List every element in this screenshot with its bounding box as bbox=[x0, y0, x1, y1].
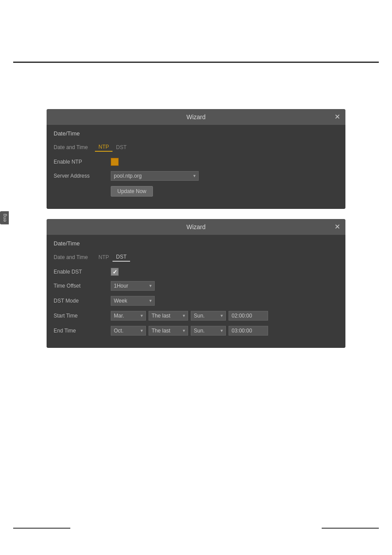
dst-mode-row: DST Mode Date Week ▼ bbox=[54, 296, 338, 306]
date-time-label-2: Date and Time bbox=[54, 254, 88, 260]
bottom-divider-left bbox=[13, 528, 70, 529]
section-title-1: Date/Time bbox=[54, 130, 338, 137]
enable-dst-row: Enable DST ✓ bbox=[54, 268, 338, 276]
dialog-title-1: Wizard bbox=[186, 113, 206, 120]
start-month-select[interactable]: Jan.Feb.Mar. Apr.May.Jun. Jul.Aug.Sep. O… bbox=[111, 311, 146, 321]
bottom-divider-right bbox=[322, 528, 379, 529]
start-month-wrapper: Jan.Feb.Mar. Apr.May.Jun. Jul.Aug.Sep. O… bbox=[111, 311, 146, 321]
server-address-select[interactable]: pool.ntp.org bbox=[111, 171, 199, 181]
dialog-body-2: Date/Time Date and Time NTP DST Enable D… bbox=[47, 235, 345, 348]
update-now-row: Update Now bbox=[54, 186, 338, 197]
server-address-row: Server Address pool.ntp.org ▼ bbox=[54, 171, 338, 181]
dialog-title-2: Wizard bbox=[186, 223, 206, 230]
top-divider bbox=[13, 62, 379, 63]
update-now-button[interactable]: Update Now bbox=[111, 186, 153, 197]
dst-mode-select-wrapper: Date Week ▼ bbox=[111, 296, 155, 306]
end-time-controls: Jan.Feb.Mar. Apr.May.Jun. Jul.Aug.Sep. O… bbox=[111, 326, 268, 336]
end-month-wrapper: Jan.Feb.Mar. Apr.May.Jun. Jul.Aug.Sep. O… bbox=[111, 326, 146, 336]
dialog-header-1: Wizard ✕ bbox=[47, 109, 345, 125]
enable-dst-checkbox[interactable]: ✓ bbox=[111, 268, 119, 276]
end-time-row: End Time Jan.Feb.Mar. Apr.May.Jun. Jul.A… bbox=[54, 326, 338, 336]
end-week-wrapper: 1st2nd3rd 4thThe last ▼ bbox=[149, 326, 188, 336]
start-time-input[interactable] bbox=[229, 311, 268, 321]
time-offset-label: Time Offset bbox=[54, 283, 111, 289]
enable-ntp-checkbox[interactable] bbox=[111, 158, 119, 166]
dst-mode-select[interactable]: Date Week bbox=[111, 296, 155, 306]
start-week-wrapper: 1st2nd3rd 4thThe last ▼ bbox=[149, 311, 188, 321]
server-address-label: Server Address bbox=[54, 173, 111, 179]
time-offset-select-wrapper: 30Min 1Hour 2Hours ▼ bbox=[111, 281, 155, 291]
section-title-2: Date/Time bbox=[54, 240, 338, 247]
end-day-wrapper: Mon.Tue.Wed. Thu.Fri.Sat. Sun. ▼ bbox=[191, 326, 226, 336]
dialog-header-2: Wizard ✕ bbox=[47, 219, 345, 235]
tabs-row-1: Date and Time NTP DST bbox=[54, 143, 338, 152]
end-month-select[interactable]: Jan.Feb.Mar. Apr.May.Jun. Jul.Aug.Sep. O… bbox=[111, 326, 146, 336]
end-time-input[interactable] bbox=[229, 326, 268, 336]
dialog-close-button-2[interactable]: ✕ bbox=[334, 223, 340, 230]
tab-dst-2[interactable]: DST bbox=[113, 253, 130, 262]
dst-mode-label: DST Mode bbox=[54, 298, 111, 304]
start-day-select[interactable]: Mon.Tue.Wed. Thu.Fri.Sat. Sun. bbox=[191, 311, 226, 321]
wizard-dialog-dst: Wizard ✕ Date/Time Date and Time NTP DST… bbox=[47, 219, 345, 348]
server-address-select-wrapper: pool.ntp.org ▼ bbox=[111, 171, 199, 181]
start-time-row: Start Time Jan.Feb.Mar. Apr.May.Jun. Jul… bbox=[54, 311, 338, 321]
tab-ntp-1[interactable]: NTP bbox=[95, 143, 113, 152]
enable-dst-label: Enable DST bbox=[54, 269, 111, 275]
time-offset-select[interactable]: 30Min 1Hour 2Hours bbox=[111, 281, 155, 291]
date-time-label-1: Date and Time bbox=[54, 144, 88, 150]
wizard-dialog-ntp: Wizard ✕ Date/Time Date and Time NTP DST… bbox=[47, 109, 345, 209]
start-week-select[interactable]: 1st2nd3rd 4thThe last bbox=[149, 311, 188, 321]
checkmark-icon: ✓ bbox=[113, 269, 117, 275]
enable-ntp-label: Enable NTP bbox=[54, 159, 111, 165]
tabs-row-2: Date and Time NTP DST bbox=[54, 253, 338, 262]
tab-dst-1[interactable]: DST bbox=[113, 143, 130, 151]
start-time-label: Start Time bbox=[54, 313, 111, 319]
time-offset-row: Time Offset 30Min 1Hour 2Hours ▼ bbox=[54, 281, 338, 291]
enable-ntp-row: Enable NTP bbox=[54, 158, 338, 166]
dialog-body-1: Date/Time Date and Time NTP DST Enable N… bbox=[47, 125, 345, 209]
start-day-wrapper: Mon.Tue.Wed. Thu.Fri.Sat. Sun. ▼ bbox=[191, 311, 226, 321]
page: eng manualsarchive.com Wizard ✕ Date/Tim… bbox=[0, 0, 392, 555]
language-tab[interactable]: eng bbox=[0, 211, 9, 224]
dialog-close-button-1[interactable]: ✕ bbox=[334, 113, 340, 120]
end-day-select[interactable]: Mon.Tue.Wed. Thu.Fri.Sat. Sun. bbox=[191, 326, 226, 336]
tab-ntp-2[interactable]: NTP bbox=[95, 253, 113, 261]
end-time-label: End Time bbox=[54, 328, 111, 334]
start-time-controls: Jan.Feb.Mar. Apr.May.Jun. Jul.Aug.Sep. O… bbox=[111, 311, 268, 321]
end-week-select[interactable]: 1st2nd3rd 4thThe last bbox=[149, 326, 188, 336]
